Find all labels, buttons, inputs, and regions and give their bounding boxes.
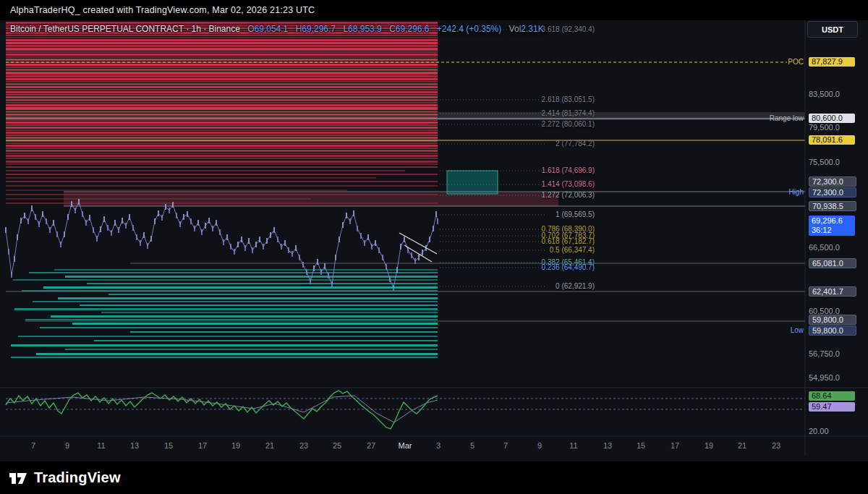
- price-axis[interactable]: POC87,827.983,500.0Range low80,600.079,5…: [806, 20, 868, 456]
- fib-label: 2.272 (80,060.1): [464, 120, 595, 128]
- level-70938-label: 70,938.5: [809, 201, 856, 211]
- time-axis-label: 25: [333, 441, 341, 450]
- low-value: 68,953.9: [348, 24, 382, 34]
- time-axis-label: 21: [738, 441, 746, 450]
- price-value: 78,091.6: [809, 135, 855, 145]
- last-price-label: 69,296.636:12: [809, 216, 855, 236]
- fib-label: 1.272 (72,006.3): [464, 191, 595, 199]
- liquidity-bar-red: [6, 124, 438, 126]
- time-axis-label: 7: [31, 441, 35, 450]
- price-tick-66500: 66,500.0: [809, 243, 849, 252]
- liquidity-bar-red: [6, 163, 438, 165]
- high-price-label: High72,300.0: [809, 187, 856, 197]
- liquidity-bar-red: [6, 135, 438, 136]
- liquidity-bar-red: [6, 137, 438, 139]
- fib-label: 1.414 (73,098.6): [464, 180, 595, 188]
- liquidity-bar-red: [6, 72, 438, 74]
- liquidity-bar-red: [6, 59, 438, 61]
- price-value: 70,938.5: [809, 201, 856, 211]
- rsi-value-label: 68.64: [809, 391, 855, 401]
- price-value: 87,827.9: [809, 57, 855, 67]
- time-axis-label: Mar: [399, 441, 412, 450]
- fib-label: 0.236 (64,490.7): [464, 263, 595, 271]
- open-value: 69,054.1: [255, 24, 289, 34]
- liquidity-bar-red: [6, 64, 438, 66]
- time-axis-label: 9: [65, 441, 69, 450]
- time-axis-label: 17: [671, 441, 679, 450]
- low-price-label: Low59,800.0: [809, 325, 856, 336]
- liquidity-bar-teal: [87, 283, 438, 284]
- fib-label: 2.618 (83,051.5): [464, 95, 595, 103]
- liquidity-bar-red: [6, 170, 405, 171]
- liquidity-bar-teal: [29, 272, 438, 273]
- liquidity-bar-teal: [109, 294, 438, 295]
- time-axis-label: 13: [603, 441, 612, 450]
- time-axis-label: 21: [265, 441, 274, 450]
- symbol-title[interactable]: Bitcoin / TetherUS PERPETUAL CONTRACT · …: [10, 24, 240, 34]
- liquidity-bar-red: [6, 189, 347, 191]
- liquidity-bar-red: [6, 177, 376, 179]
- liquidity-bar-red: [6, 81, 438, 82]
- liquidity-bar-red: [6, 127, 438, 129]
- liquidity-bar-red: [6, 91, 438, 93]
- currency-toggle-button[interactable]: USDT: [807, 21, 858, 38]
- liquidity-bar-red: [6, 104, 438, 106]
- rsi-line: [6, 391, 438, 429]
- liquidity-bar-teal: [14, 308, 438, 310]
- liquidity-bar-teal: [43, 286, 438, 289]
- price-tick-79500: 79,500.0: [809, 123, 849, 132]
- price-value: 69,296.636:12: [809, 216, 855, 236]
- price-value: 62,401.7: [809, 286, 856, 297]
- poc-tag: POC: [788, 57, 804, 67]
- liquidity-bar-red: [6, 45, 438, 47]
- time-axis-label: 7: [503, 441, 508, 450]
- liquidity-bar-teal: [130, 331, 438, 333]
- liquidity-bar-red: [6, 114, 438, 116]
- liquidity-bar-red: [6, 158, 438, 159]
- price-value: 72,300.0: [809, 176, 856, 187]
- liquidity-bar-red: [6, 56, 438, 58]
- time-axis-label: 9: [537, 441, 542, 450]
- price-line: [6, 202, 438, 288]
- liquidity-bar-red: [6, 155, 438, 157]
- time-axis-label: 11: [569, 441, 577, 450]
- liquidity-bar-teal: [65, 276, 438, 278]
- volume-value: 2.31K: [521, 24, 543, 34]
- range-low-tag: Range low: [770, 114, 804, 124]
- time-axis-label: 19: [231, 441, 240, 450]
- level-78091-label: 78,091.6: [809, 135, 855, 145]
- high-label: H: [296, 24, 302, 34]
- price-value: 72,300.0: [809, 187, 856, 197]
- liquidity-bar-teal: [58, 297, 438, 299]
- liquidity-bar-teal: [13, 279, 438, 281]
- liquidity-bar-teal: [54, 269, 438, 271]
- time-axis-label: 23: [772, 441, 780, 450]
- rsi-ma-value-label: 59.47: [809, 402, 855, 412]
- liquidity-bar-red: [6, 75, 438, 77]
- time-axis-label: 15: [164, 441, 173, 450]
- liquidity-bar-red: [6, 119, 438, 121]
- liquidity-bar-teal: [40, 327, 438, 328]
- price-value: 75,500.0: [809, 158, 849, 167]
- level-59800-label: 59,800.0: [809, 315, 856, 325]
- symbol-legend: Bitcoin / TetherUS PERPETUAL CONTRACT · …: [10, 24, 544, 34]
- price-value: 65,081.0: [809, 258, 856, 268]
- liquidity-bar-teal: [51, 315, 438, 318]
- liquidity-bar-red: [6, 35, 438, 36]
- close-label: C: [389, 24, 396, 34]
- liquidity-bar-teal: [11, 344, 438, 346]
- liquidity-bar-red: [6, 181, 438, 182]
- level-72300-label: 72,300.0: [809, 176, 856, 187]
- liquidity-bar-red: [6, 67, 438, 68]
- change-value: +242.4 (+0.35%): [437, 24, 501, 34]
- time-axis-label: 5: [470, 441, 475, 450]
- rsi-ma-line: [6, 396, 438, 422]
- liquidity-bar-teal: [94, 340, 438, 341]
- tradingview-logo-icon[interactable]: [9, 469, 27, 487]
- fib-label: 0 (62,921.9): [464, 282, 595, 290]
- time-axis-label: 23: [299, 441, 308, 450]
- tradingview-brand-text[interactable]: TradingView: [34, 469, 121, 486]
- time-axis-label: 13: [130, 441, 139, 450]
- chart-canvas[interactable]: [0, 0, 868, 494]
- price-tick-56750: 56,750.0: [809, 349, 849, 359]
